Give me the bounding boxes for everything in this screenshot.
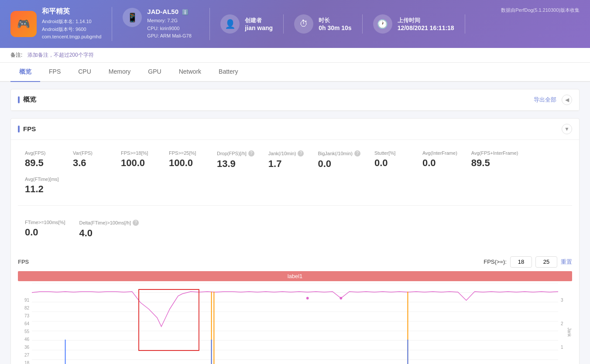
app-android-version-code: Android版本号: 9600 <box>42 26 101 34</box>
tab-overview[interactable]: 概览 <box>10 63 40 82</box>
tab-fps[interactable]: FPS <box>40 63 69 82</box>
device-details: JAD-AL50 ℹ️ Memory: 7.2G CPU: kirin9000 … <box>147 8 191 40</box>
note-add[interactable]: 添加备注，不超过200个字符 <box>27 52 94 58</box>
stat-fps25-value: 100.0 <box>169 157 203 169</box>
stat-drop-fps-value: 13.9 <box>217 158 254 170</box>
fps-threshold-2-input[interactable] <box>535 256 557 268</box>
svg-point-18 <box>306 297 309 299</box>
stat-delta-ftime: Delta(FTime)>100ms[/h] ? 4.0 <box>72 216 146 242</box>
stat-bigjank-label: BigJank(/10min) ? <box>318 150 360 156</box>
upload-text: 上传时间 12/08/2021 16:11:18 <box>398 17 454 31</box>
tab-cpu[interactable]: CPU <box>69 63 100 82</box>
fps-section: FPS ▼ Avg(FPS) 89.5 Var(FPS) 3.6 FPS>=18… <box>10 118 580 364</box>
content: 概览 导出全部 ◀ FPS ▼ Avg(FPS) 89.5 Var(FPS) 3… <box>0 82 590 364</box>
device-gpu: GPU: ARM Mali-G78 <box>147 32 191 40</box>
device-name: JAD-AL50 ℹ️ <box>147 8 191 15</box>
tab-memory[interactable]: Memory <box>100 63 140 82</box>
stat-var-fps: Var(FPS) 3.6 <box>66 147 114 173</box>
bigjank-help-icon[interactable]: ? <box>354 150 360 156</box>
reset-button[interactable]: 重置 <box>561 258 572 266</box>
note-label: 备注: <box>10 52 22 58</box>
device-memory: Memory: 7.2G <box>147 17 191 25</box>
upload-icon: 🕐 <box>373 14 392 34</box>
device-cpu: CPU: kirin9000 <box>147 25 191 33</box>
svg-point-17 <box>340 297 342 299</box>
stat-jank: Jank(/10min) ? 1.7 <box>261 147 311 173</box>
data-source: 数据由PerfDog(5.1.210300)版本收集 <box>501 7 580 14</box>
header: 🎮 和平精英 Android版本名: 1.14.10 Android版本号: 9… <box>0 0 590 48</box>
fps-section-header: FPS ▼ <box>11 119 579 140</box>
device-icon: 📱 <box>123 8 142 27</box>
stat-avg-fps-value: 89.5 <box>25 157 59 169</box>
duration-value: 0h 30m 10s <box>319 24 352 31</box>
duration-text: 时长 0h 30m 10s <box>319 17 352 31</box>
stat-fps18-value: 100.0 <box>121 157 155 169</box>
fps-controls: FPS(>=): 重置 <box>484 256 572 268</box>
drop-fps-help-icon[interactable]: ? <box>248 150 254 156</box>
stat-fps18-label: FPS>=18[%] <box>121 150 155 156</box>
stat-ftime100-label: FTime>=100ms[%] <box>25 220 65 225</box>
device-info: 📱 JAD-AL50 ℹ️ Memory: 7.2G CPU: kirin900… <box>123 8 210 40</box>
stat-ftime-label: Avg(FTime)[ms] <box>25 177 59 182</box>
stat-drop-fps: Drop(FPS)[/h] ? 13.9 <box>210 147 261 173</box>
fps-threshold-1-input[interactable] <box>510 256 532 268</box>
tab-network[interactable]: Network <box>170 63 210 82</box>
stat-bigjank: BigJank(/10min) ? 0.0 <box>311 147 367 173</box>
creator-icon: 👤 <box>220 14 240 34</box>
stat-stutter: Stutter[%] 0.0 <box>367 147 415 173</box>
upload-stat: 🕐 上传时间 12/08/2021 16:11:18 <box>373 14 465 34</box>
fps-chart-container: FPS FPS(>=): 重置 label1 91827364554636271… <box>11 249 579 364</box>
jank-axis-label: Jank <box>567 328 572 337</box>
stat-fps18: FPS>=18[%] 100.0 <box>114 147 162 173</box>
stat-stutter-label: Stutter[%] <box>374 150 408 156</box>
stat-drop-fps-label: Drop(FPS)[/h] ? <box>217 150 254 156</box>
stat-var-fps-value: 3.6 <box>73 157 107 169</box>
creator-stat: 👤 创建者 jian wang <box>220 14 284 34</box>
app-name: 和平精英 <box>42 7 101 16</box>
note-bar: 备注: 添加备注，不超过200个字符 <box>0 48 590 63</box>
app-android-version-name: Android版本名: 1.14.10 <box>42 18 101 26</box>
stat-var-fps-label: Var(FPS) <box>73 150 107 156</box>
overview-title: 概览 <box>18 95 36 104</box>
app-details: 和平精英 Android版本名: 1.14.10 Android版本号: 960… <box>42 7 101 41</box>
chart-y-labels: 9182736455463627189 <box>18 298 31 364</box>
fps-title: FPS <box>18 125 36 133</box>
overview-header: 概览 导出全部 ◀ <box>11 89 579 111</box>
stat-fps-interframe-label: Avg(FPS+InterFrame) <box>471 150 518 156</box>
stat-interframe-label: Avg(InterFrame) <box>422 150 457 156</box>
app-package: com.tencent.tmgp.pubgmhd <box>42 33 101 41</box>
tab-battery[interactable]: Battery <box>210 63 247 82</box>
svg-rect-10 <box>139 289 199 350</box>
export-button[interactable]: 导出全部 <box>534 96 556 104</box>
duration-icon: ⏱ <box>294 14 313 34</box>
upload-label: 上传时间 <box>398 17 454 24</box>
fps-stats-grid: Avg(FPS) 89.5 Var(FPS) 3.6 FPS>=18[%] 10… <box>11 140 579 205</box>
tab-gpu[interactable]: GPU <box>139 63 170 82</box>
collapse-button[interactable]: ◀ <box>562 95 572 105</box>
creator-text: 创建者 jian wang <box>245 17 273 31</box>
label1-bar: label1 <box>18 271 572 281</box>
stat-stutter-value: 0.0 <box>374 157 408 169</box>
fps-collapse-button[interactable]: ▼ <box>562 124 572 134</box>
upload-value: 12/08/2021 16:11:18 <box>398 24 454 31</box>
stat-delta-ftime-value: 4.0 <box>79 228 139 239</box>
chart-outer: 9182736455463627189 3210 Jank <box>18 283 572 364</box>
stats-divider <box>18 205 572 206</box>
jank-help-icon[interactable]: ? <box>298 150 304 156</box>
chart-label: FPS <box>18 259 29 265</box>
delta-ftime-help-icon[interactable]: ? <box>133 220 139 226</box>
stat-jank-label: Jank(/10min) ? <box>268 150 304 156</box>
fps-ge-label: FPS(>=): <box>484 259 507 265</box>
duration-stat: ⏱ 时长 0h 30m 10s <box>294 14 363 34</box>
stat-avg-fps-label: Avg(FPS) <box>25 150 59 156</box>
app-icon: 🎮 <box>10 11 37 37</box>
stat-avg-fps: Avg(FPS) 89.5 <box>18 147 66 173</box>
creator-value: jian wang <box>245 24 273 31</box>
stat-delta-ftime-label: Delta(FTime)>100ms[/h] ? <box>79 220 139 226</box>
fps-chart-svg <box>32 283 558 364</box>
stat-interframe: Avg(InterFrame) 0.0 <box>415 147 464 173</box>
stat-jank-value: 1.7 <box>268 158 304 170</box>
app-info: 🎮 和平精英 Android版本名: 1.14.10 Android版本号: 9… <box>10 7 112 41</box>
duration-label: 时长 <box>319 17 352 24</box>
stat-ftime100-value: 0.0 <box>25 227 65 238</box>
